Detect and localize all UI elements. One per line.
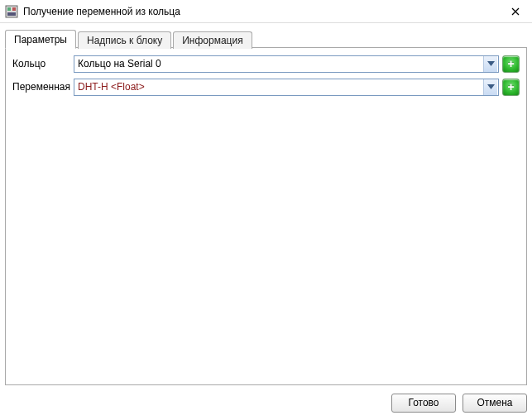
ring-combo-value: Кольцо на Serial 0 xyxy=(74,58,483,69)
client-area: Параметры Надпись к блоку Информация Кол… xyxy=(0,23,532,420)
svg-marker-7 xyxy=(487,84,495,89)
variable-add-button[interactable]: + xyxy=(502,79,520,96)
row-ring: Кольцо Кольцо на Serial 0 + xyxy=(12,55,520,73)
close-button[interactable] xyxy=(499,0,532,23)
close-icon xyxy=(511,7,520,16)
chevron-down-icon xyxy=(487,61,495,66)
window-title: Получение переменной из кольца xyxy=(23,6,499,17)
variable-combo[interactable]: DHT-H <Float> xyxy=(74,79,499,96)
svg-rect-1 xyxy=(7,7,11,11)
plus-icon: + xyxy=(507,81,514,93)
ring-combo[interactable]: Кольцо на Serial 0 xyxy=(74,55,499,73)
tab-info[interactable]: Информация xyxy=(173,31,252,49)
svg-rect-2 xyxy=(12,7,16,11)
tabstrip: Параметры Надпись к блоку Информация xyxy=(5,28,527,48)
dialog-footer: Готово Отмена xyxy=(5,390,527,415)
tab-parameters[interactable]: Параметры xyxy=(5,30,76,49)
svg-rect-3 xyxy=(7,12,16,16)
tab-caption[interactable]: Надпись к блоку xyxy=(78,31,171,49)
ring-combo-arrow[interactable] xyxy=(483,56,497,72)
variable-label: Переменная xyxy=(12,81,74,93)
cancel-button[interactable]: Отмена xyxy=(463,394,527,413)
chevron-down-icon xyxy=(487,84,495,89)
tab-page-parameters: Кольцо Кольцо на Serial 0 + Переменная D… xyxy=(5,47,527,385)
row-variable: Переменная DHT-H <Float> + xyxy=(12,78,520,96)
variable-combo-arrow[interactable] xyxy=(483,79,497,95)
app-icon xyxy=(5,5,18,18)
svg-marker-6 xyxy=(487,61,495,66)
ok-button[interactable]: Готово xyxy=(391,394,456,413)
ring-add-button[interactable]: + xyxy=(502,55,520,73)
ring-label: Кольцо xyxy=(12,58,74,69)
titlebar: Получение переменной из кольца xyxy=(0,0,532,23)
plus-icon: + xyxy=(507,58,514,69)
variable-combo-value: DHT-H <Float> xyxy=(74,81,483,93)
